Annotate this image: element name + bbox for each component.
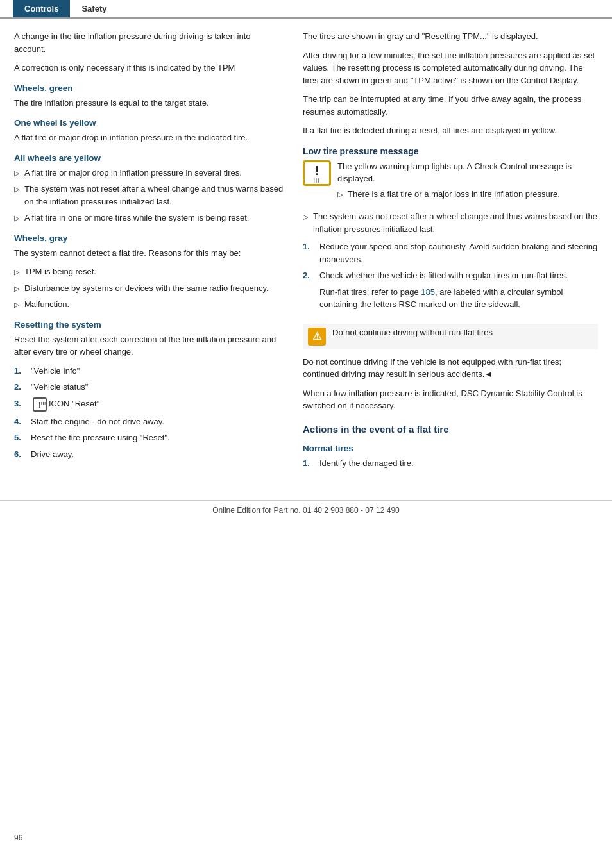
one-wheel-yellow-content: A flat tire or major drop in inflation p… <box>14 131 284 144</box>
all-wheels-yellow-list: A flat tire or major drop in inflation p… <box>14 167 284 224</box>
list-item: Drive away. <box>14 448 284 461</box>
low-tire-numbered: Reduce your speed and stop cautiously. A… <box>303 240 598 317</box>
list-item: A flat tire or major drop in inflation p… <box>14 167 284 179</box>
tab-bar: Controls Safety <box>0 0 612 19</box>
run-flat-note: Run-flat tires, refer to page 185, are l… <box>319 286 598 311</box>
intro-para-2: A correction is only necessary if this i… <box>14 62 284 74</box>
list-item: Identify the damaged tire. <box>303 457 598 470</box>
page-wrapper: Controls Safety A change in the tire inf… <box>0 0 612 868</box>
resetting-system-list: "Vehicle Info" "Vehicle status" !||| ICO… <box>14 365 284 461</box>
list-item: There is a flat tire or a major loss in … <box>337 188 598 201</box>
warning-nested-list: There is a flat tire or a major loss in … <box>337 188 598 201</box>
reduce-speed-text: Reduce your speed and stop cautiously. A… <box>319 240 598 265</box>
heading-one-wheel-yellow: One wheel is yellow <box>14 118 284 128</box>
after-caution-text: Do not continue driving if the vehicle i… <box>303 356 598 381</box>
check-tires-text: Check whether the vehicle is fitted with… <box>319 271 568 280</box>
list-item: "Vehicle status" <box>14 381 284 394</box>
list-item: "Vehicle Info" <box>14 365 284 378</box>
caution-box: ⚠ Do not continue driving without run-fl… <box>303 324 598 349</box>
right-intro-3: The trip can be interrupted at any time.… <box>303 93 598 118</box>
caution-triangle-icon: ⚠ <box>308 328 326 346</box>
content-area: A change in the tire inflation pressure … <box>0 19 612 481</box>
list-item: Disturbance by systems or devices with t… <box>14 282 284 295</box>
wheels-gray-content: The system cannot detect a flat tire. Re… <box>14 247 284 260</box>
heading-resetting-system: Resetting the system <box>14 320 284 330</box>
heading-normal-tires: Normal tires <box>303 444 598 453</box>
wheels-gray-list: TPM is being reset. Disturbance by syste… <box>14 265 284 311</box>
reset-icon-inline: !||| <box>33 397 47 412</box>
check-tires-block: Check whether the vehicle is fitted with… <box>319 269 598 317</box>
tpm-warning-icon: ! ||| <box>303 160 331 186</box>
warning-main-text: The yellow warning lamp lights up. A Che… <box>337 160 598 185</box>
left-column: A change in the tire inflation pressure … <box>14 30 284 474</box>
footer: Online Edition for Part no. 01 40 2 903 … <box>0 500 612 520</box>
list-item: Start the engine - do not drive away. <box>14 415 284 428</box>
list-item: !||| ICON "Reset" <box>14 397 284 412</box>
normal-tires-numbered: Identify the damaged tire. <box>303 457 598 470</box>
right-intro-2: After driving for a few minutes, the set… <box>303 49 598 87</box>
heading-flat-tire-actions: Actions in the event of a flat tire <box>303 424 598 435</box>
list-item: The system was not reset after a wheel c… <box>303 210 598 235</box>
heading-wheels-green: Wheels, green <box>14 83 284 93</box>
heading-wheels-gray: Wheels, gray <box>14 233 284 243</box>
intro-para-1: A change in the tire inflation pressure … <box>14 30 284 55</box>
list-item: Reduce your speed and stop cautiously. A… <box>303 240 598 265</box>
exclamation-mark: ! <box>315 164 319 177</box>
warning-text-block: The yellow warning lamp lights up. A Che… <box>337 160 598 206</box>
wheels-green-content: The tire inflation pressure is equal to … <box>14 97 284 110</box>
resetting-system-content: Reset the system after each correction o… <box>14 333 284 358</box>
warning-icon-row: ! ||| The yellow warning lamp lights up.… <box>303 160 598 206</box>
tab-controls[interactable]: Controls <box>13 0 70 17</box>
caution-text: Do not continue driving without run-flat… <box>332 328 493 337</box>
page-number: 96 <box>14 833 22 842</box>
page-ref-185: 185 <box>421 287 435 297</box>
right-intro-4: If a flat tire is detected during a rese… <box>303 124 598 137</box>
low-tire-bullets: The system was not reset after a wheel c… <box>303 210 598 235</box>
tab-safety[interactable]: Safety <box>70 0 118 17</box>
list-item: A flat tire in one or more tires while t… <box>14 212 284 224</box>
right-column: The tires are shown in gray and "Resetti… <box>303 30 598 474</box>
reset-label: ICON "Reset" <box>49 397 99 410</box>
right-intro-1: The tires are shown in gray and "Resetti… <box>303 30 598 43</box>
heading-low-tire-pressure: Low tire pressure message <box>303 146 598 156</box>
tire-lines-icon: ||| <box>314 178 320 182</box>
list-item: The system was not reset after a wheel c… <box>14 183 284 208</box>
heading-all-wheels-yellow: All wheels are yellow <box>14 153 284 163</box>
dsc-text: When a low inflation pressure is indicat… <box>303 387 598 412</box>
list-item: TPM is being reset. <box>14 265 284 278</box>
list-item: Check whether the vehicle is fitted with… <box>303 269 598 317</box>
list-item: Malfunction. <box>14 298 284 311</box>
list-item: Reset the tire pressure using "Reset". <box>14 431 284 444</box>
